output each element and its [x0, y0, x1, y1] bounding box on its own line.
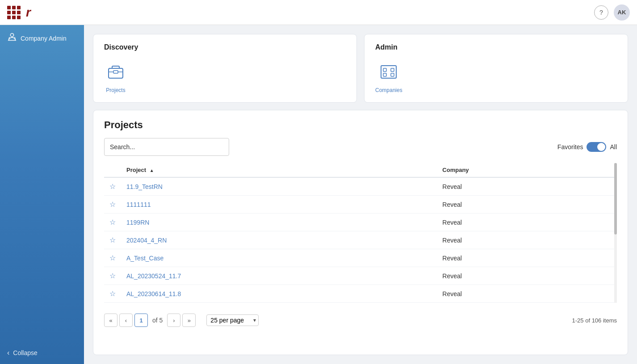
star-cell: ☆: [104, 267, 121, 285]
avatar-button[interactable]: AK: [614, 4, 630, 21]
star-button[interactable]: ☆: [109, 200, 116, 209]
next-page-button[interactable]: ›: [167, 314, 180, 327]
help-button[interactable]: ?: [594, 5, 608, 20]
discovery-card: Discovery Projects: [93, 34, 357, 103]
table-wrapper: Project ▲ Company ☆ 11.9_TestRN Reveal: [104, 163, 617, 303]
company-cell: Reveal: [437, 231, 617, 249]
topbar: r ? AK: [0, 0, 637, 25]
first-page-button[interactable]: «: [104, 314, 117, 327]
svg-rect-6: [391, 68, 394, 71]
table-row: ☆ 11.9_TestRN Reveal: [104, 177, 617, 196]
star-button[interactable]: ☆: [109, 289, 116, 298]
cards-row: Discovery Projects: [93, 34, 628, 103]
table-row: ☆ 1199RN Reveal: [104, 213, 617, 231]
table-row: ☆ 1111111 Reveal: [104, 196, 617, 213]
per-page-select-wrap: 25 per page 50 per page 100 per page: [206, 314, 259, 326]
company-cell: Reveal: [437, 177, 617, 196]
star-cell: ☆: [104, 249, 121, 267]
projects-tbody: ☆ 11.9_TestRN Reveal ☆ 1111111 Reveal ☆ …: [104, 177, 617, 303]
favorites-label: Favorites: [557, 143, 583, 151]
star-cell: ☆: [104, 213, 121, 231]
of-pages-text: of 5: [152, 317, 163, 324]
sidebar-top: Company Admin: [0, 32, 84, 44]
layout: Company Admin ‹ Collapse Discovery: [0, 25, 637, 364]
project-name-cell: 202404_4_RN: [121, 231, 437, 249]
star-cell: ☆: [104, 231, 121, 249]
star-cell: ☆: [104, 285, 121, 303]
topbar-right: ? AK: [594, 4, 630, 21]
sidebar-user: Company Admin: [7, 32, 77, 44]
projects-nav-label: Projects: [106, 87, 125, 93]
admin-card: Admin Companies: [364, 34, 628, 103]
star-button[interactable]: ☆: [109, 254, 116, 262]
company-cell: Reveal: [437, 196, 617, 213]
sidebar-collapse[interactable]: ‹ Collapse: [0, 349, 84, 357]
star-cell: ☆: [104, 196, 121, 213]
user-icon: [7, 32, 17, 44]
company-cell: Reveal: [437, 267, 617, 285]
admin-card-title: Admin: [375, 43, 617, 51]
svg-point-0: [10, 33, 13, 37]
projects-nav-item[interactable]: Projects: [104, 60, 127, 93]
per-page-dropdown[interactable]: 25 per page 50 per page 100 per page: [206, 314, 259, 326]
discovery-card-title: Discovery: [104, 43, 346, 51]
app-grid-icon[interactable]: [7, 6, 21, 19]
table-scrollbar[interactable]: [614, 163, 617, 303]
project-link[interactable]: 1111111: [126, 201, 151, 208]
collapse-label: Collapse: [13, 349, 37, 356]
star-button[interactable]: ☆: [109, 272, 116, 280]
prev-page-button[interactable]: ‹: [119, 314, 133, 327]
sort-arrow-icon: ▲: [150, 168, 154, 173]
pagination: « ‹ of 5 › » 25 per page 50 per page 100: [104, 310, 617, 327]
search-input[interactable]: [104, 138, 229, 156]
svg-rect-5: [383, 68, 386, 71]
project-name-cell: 1199RN: [121, 213, 437, 231]
project-link[interactable]: 11.9_TestRN: [126, 183, 163, 190]
project-link[interactable]: AL_20230614_11.8: [126, 290, 181, 297]
sidebar-user-label: Company Admin: [21, 35, 67, 42]
project-link[interactable]: 1199RN: [126, 219, 149, 226]
table-row: ☆ A_Test_Case Reveal: [104, 249, 617, 267]
project-link[interactable]: A_Test_Case: [126, 255, 163, 262]
companies-nav-item[interactable]: Companies: [375, 60, 402, 93]
companies-nav-label: Companies: [375, 87, 402, 93]
pagination-controls: « ‹ of 5 › » 25 per page 50 per page 100: [104, 314, 259, 327]
company-cell: Reveal: [437, 249, 617, 267]
projects-section: Projects Favorites All: [93, 110, 628, 355]
pagination-left: « ‹ of 5 › »: [104, 314, 196, 327]
col-project-header[interactable]: Project ▲: [121, 163, 437, 177]
projects-icon: [104, 60, 127, 84]
companies-icon: [377, 60, 400, 84]
discovery-card-icons: Projects: [104, 60, 346, 93]
project-link[interactable]: 202404_4_RN: [126, 237, 167, 244]
star-cell: ☆: [104, 177, 121, 196]
project-link[interactable]: AL_20230524_11.7: [126, 272, 181, 280]
current-page-input[interactable]: [134, 314, 148, 327]
table-row: ☆ 202404_4_RN Reveal: [104, 231, 617, 249]
items-summary: 1-25 of 106 items: [572, 317, 617, 324]
star-button[interactable]: ☆: [109, 218, 116, 226]
table-scrollbar-thumb: [614, 163, 617, 234]
table-row: ☆ AL_20230524_11.7 Reveal: [104, 267, 617, 285]
project-name-cell: AL_20230614_11.8: [121, 285, 437, 303]
star-button[interactable]: ☆: [109, 236, 116, 244]
col-company-header: Company: [437, 163, 617, 177]
star-button[interactable]: ☆: [109, 182, 116, 191]
projects-table: Project ▲ Company ☆ 11.9_TestRN Reveal: [104, 163, 617, 303]
favorites-toggle-group: Favorites All: [557, 142, 617, 152]
last-page-button[interactable]: »: [182, 314, 196, 327]
all-label: All: [610, 143, 617, 151]
per-page-select[interactable]: 25 per page 50 per page 100 per page: [206, 314, 259, 326]
table-header: Project ▲ Company: [104, 163, 617, 177]
project-name-cell: 11.9_TestRN: [121, 177, 437, 196]
sidebar: Company Admin ‹ Collapse: [0, 25, 84, 364]
company-cell: Reveal: [437, 213, 617, 231]
project-name-cell: A_Test_Case: [121, 249, 437, 267]
projects-section-title: Projects: [104, 119, 617, 131]
admin-card-icons: Companies: [375, 60, 617, 93]
app-logo: r: [26, 5, 31, 20]
svg-rect-3: [113, 71, 118, 73]
favorites-toggle-switch[interactable]: [587, 142, 606, 152]
main-content: Discovery Projects: [84, 25, 637, 364]
company-cell: Reveal: [437, 285, 617, 303]
